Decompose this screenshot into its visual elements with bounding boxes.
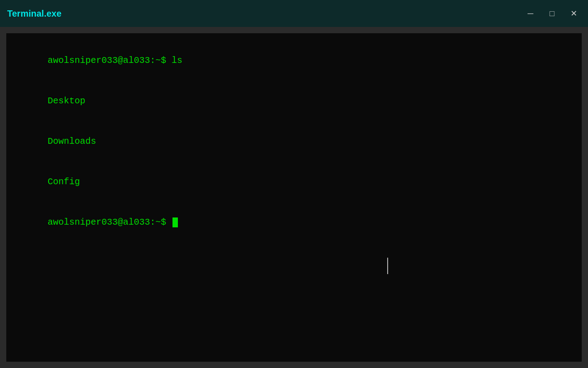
terminal-line-3: Downloads — [15, 121, 573, 162]
terminal-prompt-2: awolsniper033@al033:~$ — [48, 217, 172, 227]
close-button[interactable]: ✕ — [566, 6, 581, 21]
terminal-command-1: ls — [172, 55, 182, 66]
terminal-body[interactable]: awolsniper033@al033:~$ ls Desktop Downlo… — [6, 33, 582, 362]
maximize-button[interactable]: □ — [545, 6, 559, 21]
terminal-cursor — [172, 217, 178, 227]
terminal-output-downloads: Downloads — [48, 136, 96, 146]
minimize-button[interactable]: ─ — [523, 6, 538, 21]
window-controls: ─ □ ✕ — [523, 6, 581, 21]
terminal-window: Terminal.exe ─ □ ✕ awolsniper033@al033:~… — [0, 0, 588, 368]
terminal-prompt-1: awolsniper033@al033:~$ — [48, 55, 172, 66]
titlebar: Terminal.exe ─ □ ✕ — [0, 0, 588, 27]
terminal-line-1: awolsniper033@al033:~$ ls — [15, 40, 573, 81]
terminal-output-config: Config — [48, 177, 80, 187]
terminal-line-2: Desktop — [15, 81, 573, 121]
terminal-line-4: Config — [15, 162, 573, 202]
terminal-line-5: awolsniper033@al033:~$ — [15, 202, 573, 243]
window-title: Terminal.exe — [7, 9, 62, 19]
mouse-text-cursor: | — [386, 253, 389, 275]
terminal-output-desktop: Desktop — [48, 96, 85, 106]
